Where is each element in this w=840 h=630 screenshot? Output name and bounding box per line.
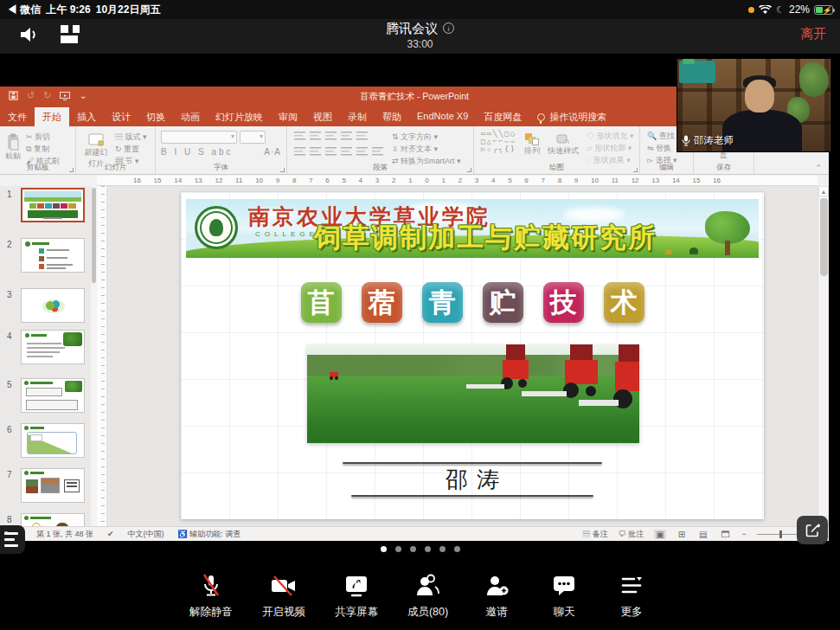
normal-view-button[interactable]: ▣ — [654, 530, 665, 539]
scroll-up-arrow[interactable]: ▲ — [818, 186, 829, 196]
thumbnail-preview — [21, 330, 85, 364]
vertical-ruler — [97, 186, 107, 526]
title-char: 青 — [422, 282, 463, 323]
font-color-buttons[interactable]: A·A — [264, 147, 281, 157]
page-dot — [425, 546, 431, 552]
institute-name: 饲草调制加工与贮藏研究所 — [314, 220, 657, 256]
tell-me-search[interactable]: 操作说明搜索 — [529, 107, 614, 126]
tab-endnote[interactable]: EndNote X9 — [409, 107, 476, 126]
mic-active-icon — [682, 135, 690, 146]
slideshow-view-button[interactable]: 🗖 — [719, 530, 731, 539]
ppt-status-bar: 第 1 张, 共 48 张 ✔ 中文(中国) ♿ 辅助功能: 调查 ▤ 备注 🗩… — [0, 526, 829, 541]
comments-button[interactable]: 🗩 批注 — [619, 529, 644, 540]
copy-button[interactable]: ⧉ 复制 — [26, 144, 60, 154]
shape-outline-button[interactable]: ▱ 形状轮廓 ▾ — [587, 143, 634, 153]
tree-graphic — [705, 211, 750, 256]
font-style-buttons[interactable]: B I U S abc — [161, 147, 234, 157]
back-to-wechat[interactable]: ◀ 微信 — [7, 3, 41, 17]
thumbnail-number: 5 — [7, 380, 12, 389]
accessibility-status[interactable]: ♿ 辅助功能: 调查 — [178, 529, 241, 540]
thumbnail-preview — [21, 513, 85, 526]
meeting-toolbar: 解除静音 开启视频 共享屏幕 成员(80) — [0, 561, 840, 630]
page-dot — [439, 546, 446, 552]
participant-name: 邵涛老师 — [694, 134, 734, 147]
current-slide: 南京农业大学草业学院 COLLEGE OF 饲草调制加工与贮藏研究所 苜 蓿 青… — [181, 192, 764, 519]
list-buttons[interactable] — [294, 131, 383, 140]
meeting-info-icon[interactable]: i — [443, 22, 454, 34]
thumbnail-preview — [21, 468, 85, 503]
more-button[interactable]: 更多 — [612, 573, 651, 630]
more-icon — [619, 573, 644, 599]
arrange-button[interactable]: 排列 — [524, 130, 540, 157]
wifi-icon — [759, 5, 772, 15]
camera-muted-icon — [269, 573, 298, 599]
tab-baidu-netdisk[interactable]: 百度网盘 — [476, 107, 529, 126]
mic-in-use-indicator — [748, 7, 754, 13]
slide-banner: 南京农业大学草业学院 COLLEGE OF 饲草调制加工与贮藏研究所 — [186, 199, 759, 258]
tab-file[interactable]: 文件 — [0, 107, 35, 126]
paste-button[interactable]: 粘贴 — [5, 130, 21, 166]
annotation-pen-float-button[interactable] — [797, 516, 828, 544]
collapse-ribbon-icon[interactable]: ⌃ — [815, 164, 822, 172]
tab-insert[interactable]: 插入 — [69, 107, 104, 126]
share-screen-button[interactable]: 共享屏幕 — [335, 573, 378, 630]
proofing-icon[interactable]: ✔ — [107, 530, 114, 538]
page-dot — [410, 546, 416, 552]
meeting-title: 腾讯会议 — [386, 21, 438, 35]
chat-icon — [551, 573, 577, 599]
cut-button[interactable]: ✂ 剪切 — [26, 132, 60, 142]
participant-silhouette — [722, 110, 802, 151]
quick-styles-button[interactable]: 快速样式 — [548, 130, 579, 157]
tab-review[interactable]: 审阅 — [271, 107, 305, 126]
notes-button[interactable]: ▤ 备注 — [582, 529, 608, 540]
slide-counter: 第 1 张, 共 48 张 — [36, 529, 93, 540]
ios-status-bar: ◀ 微信 上午 9:26 10月22日周五 ☾ 22% ⚡ — [0, 0, 840, 19]
align-text-button[interactable]: ⇳ 对齐文本 ▾ — [392, 144, 461, 154]
start-video-button[interactable]: 开启视频 — [262, 573, 305, 630]
lightbulb-icon — [537, 113, 545, 121]
tab-design[interactable]: 设计 — [104, 107, 138, 126]
dnd-moon-icon: ☾ — [776, 4, 785, 16]
meeting-notes-float-button[interactable] — [0, 525, 25, 554]
participant-video-tile[interactable]: 邵涛老师 — [677, 59, 830, 151]
tab-help[interactable]: 帮助 — [375, 107, 409, 126]
reset-button[interactable]: ↻ 重置 — [115, 144, 147, 154]
align-buttons[interactable] — [294, 146, 383, 156]
title-char: 术 — [604, 282, 644, 323]
shape-fill-button[interactable]: ◇ 形状填充 ▾ — [587, 131, 634, 141]
page-dot — [454, 546, 460, 552]
zoom-out-button[interactable]: − — [741, 530, 746, 538]
text-direction-button[interactable]: ⇅ 文字方向 ▾ — [392, 132, 461, 142]
tab-home[interactable]: 开始 — [35, 107, 69, 126]
tab-record[interactable]: 录制 — [340, 107, 375, 126]
tab-animations[interactable]: 动画 — [173, 107, 208, 126]
language-status[interactable]: 中文(中国) — [128, 529, 164, 540]
invite-button[interactable]: 邀请 — [478, 573, 516, 630]
status-date: 10月22日周五 — [96, 3, 161, 17]
canvas-scrollbar[interactable]: ▲ ▼ — [818, 186, 829, 526]
tab-transitions[interactable]: 切换 — [138, 107, 173, 126]
leave-meeting-button[interactable]: 离开 — [800, 26, 826, 42]
layout-button[interactable]: ▤ 版式 ▾ — [115, 132, 147, 142]
title-char: 苜 — [301, 282, 342, 323]
thumbnail-preview — [21, 288, 85, 323]
font-size-combo[interactable] — [240, 131, 266, 144]
tab-slideshow[interactable]: 幻灯片放映 — [208, 107, 271, 126]
title-char: 技 — [543, 282, 584, 323]
chat-button[interactable]: 聊天 — [545, 573, 583, 630]
thumbnail-scrollbar[interactable] — [91, 186, 97, 526]
thumbnail-preview — [21, 378, 85, 413]
thumbnail-number: 2 — [7, 240, 12, 249]
members-button[interactable]: 成员(80) — [407, 573, 448, 630]
reading-view-button[interactable]: ▤ — [697, 530, 709, 539]
mic-muted-icon — [198, 573, 224, 599]
shapes-gallery[interactable]: ▭▭╲╲□○ □△⌐⌐⇦⇨ ▷☆╭╮{} — [481, 130, 516, 153]
tab-view[interactable]: 视图 — [305, 107, 340, 126]
slide-thumbnail-pane: 1 2 3 — [0, 186, 97, 526]
title-char: 贮 — [483, 282, 523, 323]
unmute-button[interactable]: 解除静音 — [189, 573, 233, 630]
slide-sorter-view-button[interactable]: ⊞ — [676, 530, 687, 539]
battery-percent: 22% — [789, 3, 810, 16]
thumbnail-number: 6 — [7, 425, 12, 434]
font-name-combo[interactable] — [161, 131, 237, 144]
